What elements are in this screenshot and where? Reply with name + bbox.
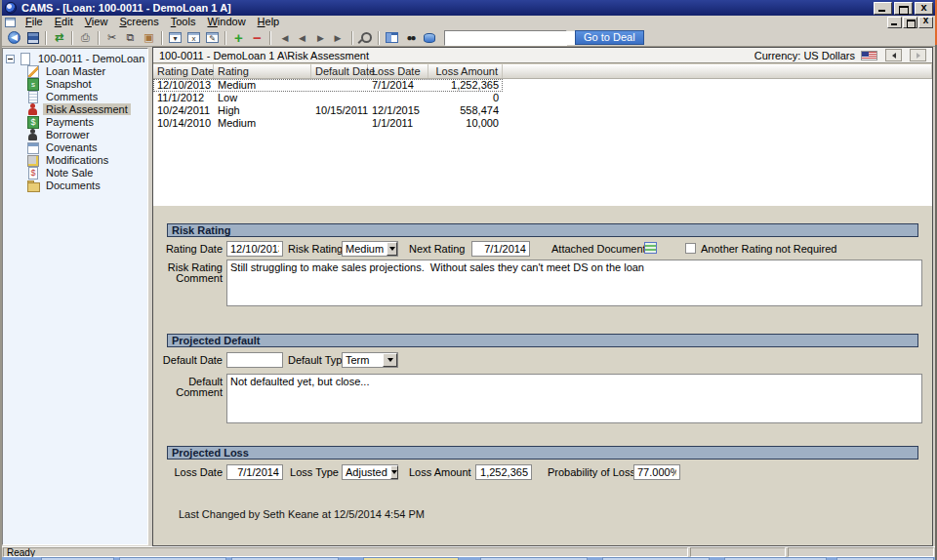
tree-item-payments[interactable]: Payments	[3, 116, 147, 128]
cell-rating[interactable]: Low	[214, 92, 311, 104]
tree-item-modifications[interactable]: Modifications	[3, 154, 147, 166]
tree-item-risk-assessment[interactable]: Risk Assessment	[3, 103, 147, 115]
column-header-loss-amount[interactable]: Loss Amount	[428, 64, 503, 78]
mdi-close-button[interactable]	[918, 17, 933, 28]
loss-type-select[interactable]: Adjusted	[342, 464, 398, 480]
database-icon[interactable]	[420, 30, 438, 46]
save-icon[interactable]	[23, 30, 42, 46]
cell-loss-amount[interactable]: 558,474	[428, 104, 503, 117]
grid-row[interactable]: 11/1/2012 Low 0	[153, 92, 932, 104]
tree-item-label[interactable]: Loan Master	[43, 65, 108, 77]
cell-rating[interactable]: Medium	[214, 117, 311, 130]
default-type-dropdown-button[interactable]	[383, 353, 397, 367]
cell-rating[interactable]: High	[214, 104, 311, 117]
tree-collapse-icon[interactable]	[6, 55, 15, 63]
previous-record-icon[interactable]: ◀	[293, 30, 311, 46]
menu-edit[interactable]: Edit	[49, 16, 79, 29]
next-currency-button[interactable]	[910, 49, 926, 61]
loss-amount-input[interactable]	[475, 464, 532, 480]
attached-document-icon[interactable]	[644, 242, 657, 254]
rating-date-input[interactable]	[226, 241, 283, 257]
default-comment-textarea[interactable]: Not defaulted yet, but close...	[226, 374, 922, 423]
tree-root-label[interactable]: 100-0011 - DemoLoan 1 A	[35, 53, 148, 64]
tree-item-borrower[interactable]: Borrower	[3, 129, 147, 140]
risk-rating-comment-textarea[interactable]: Still struggling to make sales projectio…	[226, 260, 922, 306]
column-header-loss-date[interactable]: Loss Date	[368, 64, 428, 78]
tree-item-documents[interactable]: Documents	[3, 180, 147, 191]
cell-default-date[interactable]: 10/15/2011	[311, 104, 368, 117]
cell-rating[interactable]: Medium	[214, 79, 311, 92]
layout-icon[interactable]	[383, 30, 401, 46]
loss-type-dropdown-button[interactable]	[390, 465, 398, 479]
search-combo-input[interactable]	[445, 31, 588, 45]
print-icon[interactable]: ⎙	[76, 30, 95, 46]
column-header-rating[interactable]: Rating	[214, 64, 311, 78]
menu-screens[interactable]: Screens	[113, 16, 164, 29]
close-button[interactable]	[915, 2, 933, 15]
zoom-icon[interactable]	[356, 30, 375, 46]
cell-loss-amount[interactable]: 1,252,365	[428, 79, 503, 92]
cell-loss-amount[interactable]: 10,000	[428, 117, 503, 130]
add-record-icon[interactable]: +	[229, 30, 248, 46]
form-edit-icon[interactable]: ✎	[203, 30, 222, 46]
mdi-document-icon[interactable]	[5, 18, 16, 27]
tree-item-snapshot[interactable]: Snapshot	[3, 78, 147, 90]
tree-item-label[interactable]: Note Sale	[43, 167, 96, 179]
menu-window[interactable]: Window	[201, 16, 251, 29]
tree-item-label[interactable]: Covenants	[43, 141, 101, 153]
restore-button[interactable]	[894, 2, 913, 15]
paste-icon[interactable]: ▣	[140, 30, 158, 46]
column-header-default-date[interactable]: Default Date	[311, 64, 368, 78]
default-date-input[interactable]	[226, 352, 283, 368]
menu-file[interactable]: File	[20, 16, 49, 29]
cell-rating-date[interactable]: 12/10/2013	[153, 79, 214, 92]
cell-loss-date[interactable]: 1/1/2011	[368, 117, 428, 130]
default-type-select[interactable]: Term	[342, 352, 398, 368]
go-to-deal-button[interactable]: Go to Deal	[575, 30, 644, 45]
tree-item-note-sale[interactable]: Note Sale	[3, 167, 147, 179]
last-record-icon[interactable]: ▶	[330, 30, 348, 46]
risk-rating-select[interactable]: Medium	[342, 241, 398, 257]
tree-item-comments[interactable]: Comments	[3, 91, 147, 102]
cut-icon[interactable]: ✂	[102, 30, 121, 46]
next-rating-input[interactable]	[471, 241, 530, 257]
tree-item-label[interactable]: Payments	[43, 116, 97, 128]
mdi-restore-button[interactable]	[903, 17, 917, 28]
first-record-icon[interactable]: ◀	[274, 30, 293, 46]
mdi-minimize-button[interactable]	[887, 17, 902, 28]
probability-of-loss-input[interactable]	[633, 464, 680, 480]
find-icon[interactable]: ●●	[401, 30, 420, 46]
grid-row[interactable]: 12/10/2013 Medium 7/1/2014 1,252,365	[153, 79, 932, 92]
menu-view[interactable]: View	[79, 16, 114, 29]
cell-default-date[interactable]	[311, 92, 368, 104]
back-icon[interactable]: ◀	[5, 30, 23, 46]
menu-tools[interactable]: Tools	[165, 16, 202, 29]
cell-default-date[interactable]	[311, 79, 368, 92]
minimize-button[interactable]	[874, 2, 892, 15]
grid-row[interactable]: 10/14/2010 Medium 1/1/2011 10,000	[153, 117, 932, 130]
loss-date-input[interactable]	[226, 464, 283, 480]
grid-row[interactable]: 10/24/2011 High 10/15/2011 12/1/2015 558…	[153, 104, 932, 117]
tree-item-label[interactable]: Risk Assessment	[43, 103, 131, 115]
column-header-rating-date[interactable]: Rating Date	[153, 64, 214, 78]
delete-record-icon[interactable]: −	[248, 30, 266, 46]
previous-currency-button[interactable]	[885, 49, 902, 61]
form-new-icon[interactable]: ▾	[166, 30, 184, 46]
tree-item-loan-master[interactable]: Loan Master	[3, 65, 147, 77]
tree-item-label[interactable]: Modifications	[43, 154, 111, 166]
another-rating-checkbox[interactable]	[685, 243, 696, 254]
sync-icon[interactable]: ⇄	[50, 30, 68, 46]
cell-rating-date[interactable]: 10/24/2011	[153, 104, 214, 117]
risk-rating-dropdown-button[interactable]	[387, 242, 397, 256]
cell-rating-date[interactable]: 11/1/2012	[153, 92, 214, 104]
next-record-icon[interactable]: ▶	[311, 30, 330, 46]
tree-item-label[interactable]: Comments	[43, 91, 101, 102]
tree-item-label[interactable]: Borrower	[43, 129, 93, 140]
search-combo[interactable]	[444, 30, 567, 46]
cell-loss-amount[interactable]: 0	[428, 92, 503, 104]
tree-root-loan[interactable]: 100-0011 - DemoLoan 1 A	[3, 53, 147, 64]
copy-icon[interactable]: ⧉	[121, 30, 140, 46]
cell-rating-date[interactable]: 10/14/2010	[153, 117, 214, 130]
cell-loss-date[interactable]: 7/1/2014	[368, 79, 428, 92]
cell-loss-date[interactable]	[368, 92, 428, 104]
